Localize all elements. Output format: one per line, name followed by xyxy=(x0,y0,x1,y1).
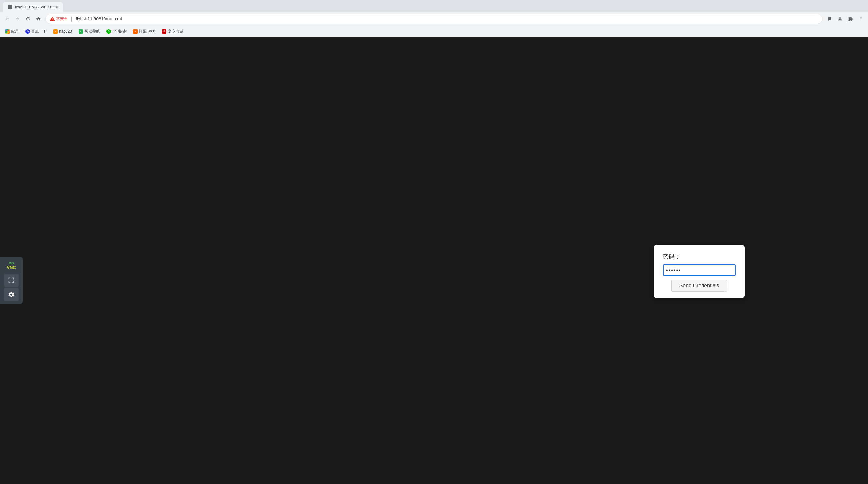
bookmark-nav-label: 网址导航 xyxy=(84,29,100,34)
bookmark-hao123[interactable]: h hao123 xyxy=(51,28,74,35)
bookmark-jd[interactable]: 京 京东商城 xyxy=(159,27,186,35)
bookmark-hao123-label: hao123 xyxy=(59,29,72,34)
extensions-button[interactable] xyxy=(846,14,855,23)
home-button[interactable] xyxy=(34,14,43,23)
bookmark-360-label: 360搜索 xyxy=(112,29,127,34)
tab-title: flyfish11:6081/vnc.html xyxy=(15,4,58,9)
reload-button[interactable] xyxy=(23,14,32,23)
bookmark-ali-label: 阿里1688 xyxy=(139,29,155,34)
password-input[interactable] xyxy=(663,264,736,276)
novnc-sidebar: no VNC xyxy=(0,257,23,303)
toolbar: 不安全 │ xyxy=(0,12,868,26)
settings-button[interactable] xyxy=(4,288,19,301)
tab-bar: flyfish11:6081/vnc.html xyxy=(0,0,868,12)
send-credentials-button[interactable]: Send Credentials xyxy=(671,280,727,292)
fullscreen-button[interactable] xyxy=(4,274,19,287)
svg-rect-0 xyxy=(8,5,12,8)
security-text: 不安全 xyxy=(56,16,68,22)
bookmark-favicon-baidu: 百 xyxy=(25,29,30,34)
bookmark-favicon-jd: 京 xyxy=(162,29,166,34)
credentials-dialog: 密码： Send Credentials xyxy=(654,245,745,298)
url-input[interactable] xyxy=(75,16,818,22)
menu-button[interactable] xyxy=(856,14,865,23)
browser-chrome: flyfish11:6081/vnc.html 不安全 │ xyxy=(0,0,868,37)
bookmark-baidu-label: 百度一下 xyxy=(31,29,47,34)
bookmark-nav[interactable]: 2 网址导航 xyxy=(76,27,102,35)
address-bar[interactable]: 不安全 │ xyxy=(45,13,823,24)
bookmark-apps[interactable]: 应用 xyxy=(3,27,22,35)
bookmark-favicon-360: O xyxy=(106,29,111,34)
bookmark-favicon-hao123: h xyxy=(53,29,58,34)
vnc-content-area: no VNC 密码： Send Credentials xyxy=(0,37,868,484)
bookmark-360[interactable]: O 360搜索 xyxy=(104,27,129,35)
novnc-logo-no: no xyxy=(7,261,16,265)
security-warning-icon: 不安全 xyxy=(50,16,68,22)
profile-button[interactable] xyxy=(836,14,845,23)
bookmark-baidu[interactable]: 百 百度一下 xyxy=(23,27,49,35)
tab-favicon xyxy=(8,4,12,9)
bookmark-favicon-ali: A xyxy=(133,29,137,34)
novnc-logo-vnc: VNC xyxy=(7,265,16,270)
bookmark-ali[interactable]: A 阿里1688 xyxy=(130,27,158,35)
bookmark-jd-label: 京东商城 xyxy=(168,29,183,34)
bookmark-favicon-apps xyxy=(5,29,10,34)
password-label: 密码： xyxy=(663,253,736,260)
bookmark-apps-label: 应用 xyxy=(11,29,19,34)
bookmark-button[interactable] xyxy=(825,14,834,23)
back-button[interactable] xyxy=(3,14,12,23)
forward-button[interactable] xyxy=(13,14,22,23)
bookmarks-bar: 应用 百 百度一下 h hao123 2 网址导航 O 360搜索 xyxy=(0,26,868,37)
novnc-logo-text: no VNC xyxy=(7,261,16,270)
bookmark-favicon-nav: 2 xyxy=(79,29,83,34)
url-separator: │ xyxy=(70,17,73,22)
novnc-logo: no VNC xyxy=(4,260,19,271)
active-tab[interactable]: flyfish11:6081/vnc.html xyxy=(3,2,63,12)
